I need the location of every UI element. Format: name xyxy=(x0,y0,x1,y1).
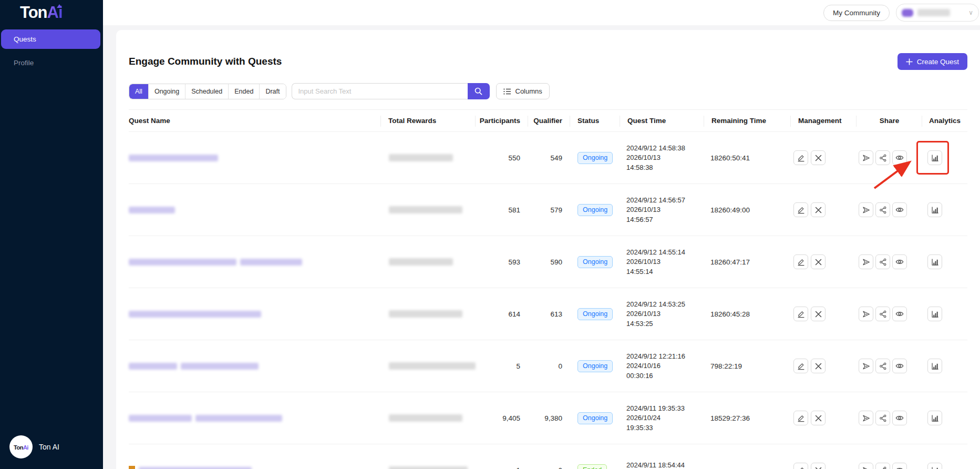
view-button[interactable] xyxy=(892,150,907,165)
filter-toolbar: AllOngoingScheduledEndedDraft Columns xyxy=(129,83,967,99)
profile-dropdown[interactable]: ∨ xyxy=(896,4,979,22)
edit-button[interactable] xyxy=(793,411,808,425)
status-badge: Ongoing xyxy=(577,412,613,424)
columns-button[interactable]: Columns xyxy=(496,83,550,99)
share-cell xyxy=(857,236,922,288)
status-badge: Ongoing xyxy=(577,308,613,320)
send-button[interactable] xyxy=(859,254,873,269)
share-cell xyxy=(857,132,922,183)
quest-time-line: 2026/10/13 xyxy=(626,205,685,215)
quest-time-cell: 2024/9/12 12:21:162024/10/1600:30:16 xyxy=(620,340,704,392)
status-badge: Ongoing xyxy=(577,360,613,372)
edit-icon xyxy=(797,154,805,162)
quest-name-cell[interactable] xyxy=(129,132,381,183)
share-button[interactable] xyxy=(875,359,890,373)
share-nodes-icon xyxy=(879,362,887,370)
delete-button[interactable] xyxy=(811,254,826,269)
analytics-button[interactable] xyxy=(927,463,942,469)
analytics-button[interactable] xyxy=(927,150,942,165)
table-row: 9,405 9,380 Ongoing 2024/9/11 19:35:3320… xyxy=(129,392,967,444)
share-button[interactable] xyxy=(875,254,890,269)
quest-name-blurred xyxy=(181,363,259,370)
delete-button[interactable] xyxy=(811,202,826,217)
tab-ongoing[interactable]: Ongoing xyxy=(149,84,185,99)
close-icon xyxy=(815,467,822,469)
total-rewards-blurred xyxy=(389,310,462,318)
view-button[interactable] xyxy=(892,359,907,373)
status-cell: Ongoing xyxy=(570,340,620,392)
bar-chart-icon xyxy=(931,414,939,422)
send-button[interactable] xyxy=(859,463,873,469)
quest-name-cell[interactable] xyxy=(129,340,381,392)
chevron-down-icon: ∨ xyxy=(968,9,973,16)
share-cell xyxy=(857,392,922,444)
tab-all[interactable]: All xyxy=(129,84,149,99)
send-icon xyxy=(862,206,870,214)
quest-name-cell[interactable] xyxy=(129,184,381,236)
share-nodes-icon xyxy=(879,466,887,469)
send-button[interactable] xyxy=(859,411,873,425)
delete-button[interactable] xyxy=(811,359,826,373)
share-button[interactable] xyxy=(875,202,890,217)
tab-ended[interactable]: Ended xyxy=(229,84,260,99)
total-rewards-blurred xyxy=(389,154,453,161)
share-button[interactable] xyxy=(875,150,890,165)
qualifier-cell: 9,380 xyxy=(528,392,570,444)
tab-draft[interactable]: Draft xyxy=(260,84,285,99)
column-header-management: Management xyxy=(791,110,857,131)
analytics-button[interactable] xyxy=(927,307,942,321)
quest-time-line: 2024/9/12 14:58:38 xyxy=(626,144,685,153)
view-button[interactable] xyxy=(892,307,907,321)
quest-name-cell[interactable] xyxy=(129,236,381,288)
quest-time-cell: 2024/9/12 14:58:382026/10/1314:58:38 xyxy=(620,132,704,183)
quest-name-cell[interactable] xyxy=(129,392,381,444)
analytics-button[interactable] xyxy=(927,411,942,425)
delete-button[interactable] xyxy=(811,463,826,469)
table-header: Quest NameTotal RewardsParticipantsQuali… xyxy=(129,109,967,132)
search-input[interactable] xyxy=(292,83,468,99)
column-header-qualifier: Qualifier xyxy=(528,110,570,131)
send-button[interactable] xyxy=(859,150,873,165)
edit-button[interactable] xyxy=(793,463,808,469)
share-button[interactable] xyxy=(875,307,890,321)
share-button[interactable] xyxy=(875,463,890,469)
analytics-button[interactable] xyxy=(927,254,942,269)
send-button[interactable] xyxy=(859,359,873,373)
edit-button[interactable] xyxy=(793,359,808,373)
bar-chart-icon xyxy=(931,362,939,370)
view-button[interactable] xyxy=(892,463,907,469)
brand-logo-ai: Ai xyxy=(47,3,63,22)
quest-name-blurred xyxy=(129,155,218,161)
edit-button[interactable] xyxy=(793,307,808,321)
send-button[interactable] xyxy=(859,202,873,217)
quest-name-cell[interactable] xyxy=(129,288,381,340)
column-header-participants: Participants xyxy=(476,110,528,131)
sidebar-item-quests[interactable]: Quests xyxy=(1,29,100,49)
analytics-button[interactable] xyxy=(927,359,942,373)
search-button[interactable] xyxy=(468,83,490,99)
analytics-button[interactable] xyxy=(927,202,942,217)
tab-scheduled[interactable]: Scheduled xyxy=(185,84,229,99)
view-button[interactable] xyxy=(892,411,907,425)
quest-time-line: 14:58:38 xyxy=(626,163,685,172)
view-button[interactable] xyxy=(892,202,907,217)
edit-button[interactable] xyxy=(793,150,808,165)
edit-button[interactable] xyxy=(793,254,808,269)
my-community-button[interactable]: My Community xyxy=(823,5,890,21)
bar-chart-icon xyxy=(931,310,939,318)
quest-name-cell[interactable] xyxy=(129,444,381,469)
delete-button[interactable] xyxy=(811,411,826,425)
send-icon xyxy=(862,466,870,469)
view-button[interactable] xyxy=(892,254,907,269)
send-icon xyxy=(862,310,870,318)
column-header-status: Status xyxy=(570,110,620,131)
sidebar-item-profile[interactable]: Profile xyxy=(1,53,100,73)
create-quest-button[interactable]: Create Quest xyxy=(898,53,967,70)
share-cell xyxy=(857,444,922,469)
send-button[interactable] xyxy=(859,307,873,321)
delete-button[interactable] xyxy=(811,150,826,165)
delete-button[interactable] xyxy=(811,307,826,321)
quests-card: Engage Community with Quests Create Ques… xyxy=(116,30,980,469)
share-button[interactable] xyxy=(875,411,890,425)
edit-button[interactable] xyxy=(793,202,808,217)
